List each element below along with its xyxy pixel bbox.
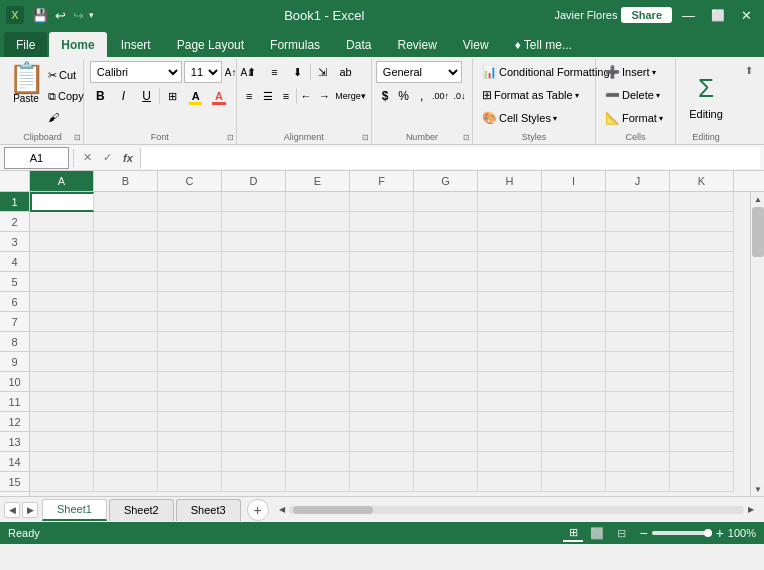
cell-a3[interactable] [30,232,94,252]
cell-e2[interactable] [286,212,350,232]
maximize-button[interactable]: ⬜ [705,7,731,24]
vertical-scrollbar[interactable]: ▲ ▼ [750,192,764,496]
cell-k14[interactable] [670,452,734,472]
cell-c11[interactable] [158,392,222,412]
cell-b3[interactable] [94,232,158,252]
col-header-c[interactable]: C [158,171,222,191]
scroll-tabs-left-button[interactable]: ◀ [4,502,20,518]
row-header-8[interactable]: 8 [0,332,29,352]
cell-i7[interactable] [542,312,606,332]
cell-f6[interactable] [350,292,414,312]
scroll-down-button[interactable]: ▼ [751,482,764,496]
redo-icon[interactable]: ↪ [71,6,86,25]
cell-a2[interactable] [30,212,94,232]
cell-d3[interactable] [222,232,286,252]
cell-b9[interactable] [94,352,158,372]
cell-k15[interactable] [670,472,734,492]
cell-e1[interactable] [286,192,350,212]
cell-d13[interactable] [222,432,286,452]
row-header-12[interactable]: 12 [0,412,29,432]
conditional-formatting-button[interactable]: 📊 Conditional Formatting ▾ [477,61,591,83]
row-header-5[interactable]: 5 [0,272,29,292]
number-format-select[interactable]: General [376,61,462,83]
cell-i2[interactable] [542,212,606,232]
cell-h13[interactable] [478,432,542,452]
cell-b5[interactable] [94,272,158,292]
row-header-14[interactable]: 14 [0,452,29,472]
comma-button[interactable]: , [413,85,430,107]
cell-e8[interactable] [286,332,350,352]
horizontal-scrollbar[interactable]: ◀ ▶ [275,503,758,517]
cell-a12[interactable] [30,412,94,432]
tab-review[interactable]: Review [385,32,448,57]
cell-j9[interactable] [606,352,670,372]
cell-k7[interactable] [670,312,734,332]
row-header-7[interactable]: 7 [0,312,29,332]
increase-indent-button[interactable]: → [316,85,333,107]
cell-k13[interactable] [670,432,734,452]
cell-h11[interactable] [478,392,542,412]
cell-h7[interactable] [478,312,542,332]
tab-formulas[interactable]: Formulas [258,32,332,57]
cell-c12[interactable] [158,412,222,432]
cell-h2[interactable] [478,212,542,232]
editing-button[interactable]: Σ Editing [683,69,729,124]
zoom-plus-button[interactable]: + [716,525,724,541]
cell-h10[interactable] [478,372,542,392]
bold-button[interactable]: B [90,85,111,107]
cell-j13[interactable] [606,432,670,452]
cell-b13[interactable] [94,432,158,452]
scroll-track-v[interactable] [751,206,764,482]
cell-a6[interactable] [30,292,94,312]
cell-c1[interactable] [158,192,222,212]
cell-b15[interactable] [94,472,158,492]
cell-e5[interactable] [286,272,350,292]
cell-i14[interactable] [542,452,606,472]
cell-i15[interactable] [542,472,606,492]
align-center-button[interactable]: ☰ [259,85,276,107]
cell-f3[interactable] [350,232,414,252]
col-header-a[interactable]: A [30,171,94,191]
cell-g11[interactable] [414,392,478,412]
cell-k6[interactable] [670,292,734,312]
cell-e13[interactable] [286,432,350,452]
cell-h6[interactable] [478,292,542,312]
currency-button[interactable]: $ [376,85,394,107]
cell-g6[interactable] [414,292,478,312]
cell-b4[interactable] [94,252,158,272]
cell-i3[interactable] [542,232,606,252]
cell-b6[interactable] [94,292,158,312]
font-expand-icon[interactable]: ⊡ [227,133,234,142]
cell-i11[interactable] [542,392,606,412]
scroll-thumb-h[interactable] [293,506,373,514]
cell-a13[interactable] [30,432,94,452]
border-button[interactable]: ⊞ [162,85,183,107]
tab-page-layout[interactable]: Page Layout [165,32,256,57]
cell-i5[interactable] [542,272,606,292]
cell-d9[interactable] [222,352,286,372]
cell-d2[interactable] [222,212,286,232]
corner-cell[interactable] [0,171,30,191]
cell-d15[interactable] [222,472,286,492]
cell-d7[interactable] [222,312,286,332]
formula-input[interactable] [140,147,760,169]
paste-button[interactable]: 📋 Paste [8,61,44,106]
cell-a5[interactable] [30,272,94,292]
row-header-11[interactable]: 11 [0,392,29,412]
cell-j4[interactable] [606,252,670,272]
tab-home[interactable]: Home [49,32,106,57]
cell-a11[interactable] [30,392,94,412]
cell-c2[interactable] [158,212,222,232]
cell-j8[interactable] [606,332,670,352]
font-name-select[interactable]: Calibri [90,61,182,83]
sheet-tab-2[interactable]: Sheet2 [109,499,174,521]
cell-j1[interactable] [606,192,670,212]
underline-button[interactable]: U [136,85,157,107]
row-header-4[interactable]: 4 [0,252,29,272]
tab-insert[interactable]: Insert [109,32,163,57]
delete-button[interactable]: ➖ Delete ▾ [600,84,671,106]
cell-g15[interactable] [414,472,478,492]
cell-j12[interactable] [606,412,670,432]
cell-e12[interactable] [286,412,350,432]
zoom-thumb[interactable] [704,529,712,537]
